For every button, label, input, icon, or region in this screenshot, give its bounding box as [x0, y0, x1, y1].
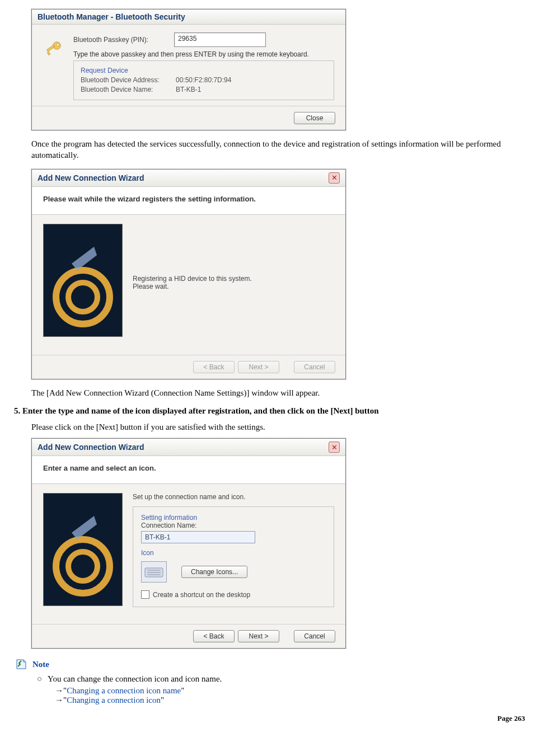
passkey-input[interactable]: 29635 [174, 32, 266, 47]
step-5-text: Enter the type and name of the icon disp… [22, 406, 379, 415]
wizard-graphic [43, 224, 123, 337]
wizard-name-icon-dialog: Add New Connection Wizard ✕ Enter a name… [31, 438, 346, 649]
paragraph-detection: Once the program has detected the servic… [31, 138, 503, 161]
note-icon [15, 658, 28, 671]
passkey-instruction: Type the above passkey and then press EN… [73, 50, 334, 58]
wizard1-title: Add New Connection Wizard [38, 173, 144, 182]
key-icon [43, 37, 65, 59]
link-change-icon-name[interactable]: Changing a connection icon name [67, 686, 181, 695]
cancel-button: Cancel [294, 361, 335, 373]
paragraph-click-next: Please click on the [Next] button if you… [31, 421, 503, 433]
dialog-titlebar: Bluetooth Manager - Bluetooth Security [32, 10, 345, 25]
shortcut-checkbox[interactable] [141, 590, 149, 599]
device-name-value: BT-KB-1 [176, 86, 201, 93]
shortcut-label: Create a shortcut on the desktop [153, 591, 250, 599]
note-item: You can change the connection icon and i… [37, 674, 525, 684]
wizard-graphic [43, 493, 123, 606]
svg-point-1 [57, 44, 59, 46]
page-number: Page 263 [9, 714, 525, 723]
bluetooth-security-dialog: Bluetooth Manager - Bluetooth Security B… [31, 9, 346, 130]
link-change-icon[interactable]: Changing a connection icon [67, 696, 161, 705]
wizard2-heading: Enter a name and select an icon. [43, 464, 334, 472]
dialog-title: Bluetooth Manager - Bluetooth Security [38, 12, 185, 21]
paragraph-window-appear: The [Add New Connection Wizard (Connecti… [31, 387, 503, 398]
wizard1-msg1: Registering a HID device to this system. [133, 275, 252, 283]
connection-name-input[interactable]: BT-KB-1 [141, 531, 255, 543]
device-address-label: Bluetooth Device Address: [81, 76, 176, 84]
next-button[interactable]: Next > [238, 630, 279, 642]
wizard1-msg2: Please wait. [133, 283, 252, 290]
setting-legend: Setting information [139, 514, 199, 522]
device-address-value: 00:50:F2:80:7D:94 [176, 76, 231, 84]
passkey-label: Bluetooth Passkey (PIN): [73, 36, 174, 44]
cancel-button[interactable]: Cancel [294, 630, 335, 642]
close-button[interactable]: Close [294, 112, 335, 124]
request-device-group: Request Device Bluetooth Device Address:… [73, 60, 334, 100]
icon-preview [141, 561, 167, 583]
step-5: Enter the type and name of the icon disp… [22, 406, 525, 416]
wizard-register-dialog: Add New Connection Wizard ✕ Please wait … [31, 169, 346, 379]
wizard2-title: Add New Connection Wizard [38, 443, 144, 452]
next-button: Next > [238, 361, 279, 373]
back-button: < Back [193, 361, 235, 373]
icon-label: Icon [141, 549, 326, 557]
svg-rect-2 [47, 45, 55, 51]
svg-rect-3 [47, 52, 50, 55]
group-legend: Request Device [78, 67, 130, 74]
setting-information-group: Setting information Connection Name: BT-… [133, 506, 334, 607]
wizard1-heading: Please wait while the wizard registers t… [43, 195, 334, 203]
change-icons-button[interactable]: Change Icons... [181, 566, 247, 578]
note-block: Note You can change the connection icon … [15, 658, 525, 705]
back-button[interactable]: < Back [193, 630, 235, 642]
note-label: Note [32, 660, 49, 669]
close-icon[interactable]: ✕ [329, 442, 340, 453]
device-name-label: Bluetooth Device Name: [81, 86, 176, 93]
close-icon[interactable]: ✕ [329, 172, 340, 184]
connection-name-label: Connection Name: [141, 522, 326, 529]
setup-label: Set up the connection name and icon. [133, 493, 334, 501]
